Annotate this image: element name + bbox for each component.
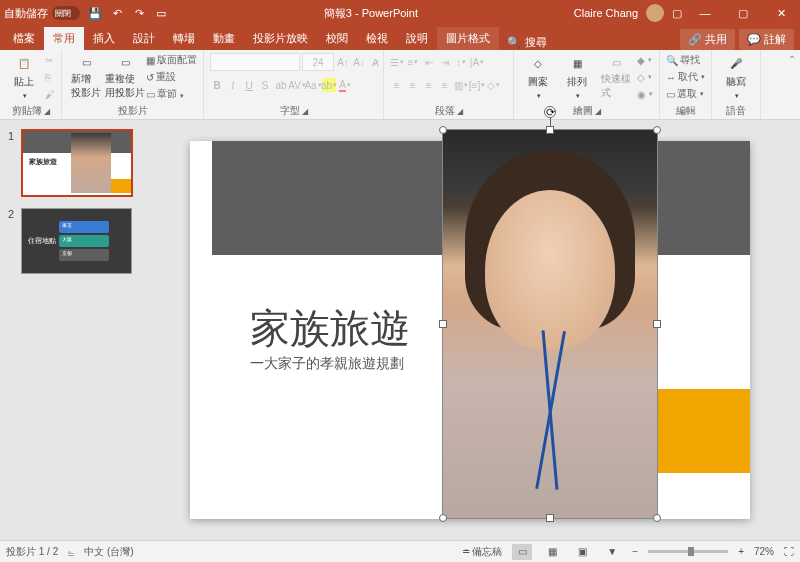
slide-canvas[interactable]: 家族旅遊 一大家子的孝親旅遊規劃 ⟳ [190,141,750,519]
resize-handle[interactable] [439,126,447,134]
selected-image[interactable]: ⟳ [442,129,658,519]
slide-thumbnails-panel[interactable]: 1 家族旅遊 2 住宿地點 東京 大阪 京都 [0,120,140,540]
start-show-icon[interactable]: ▭ [154,6,168,20]
zoom-out-icon[interactable]: − [632,546,638,557]
increase-font-icon[interactable]: A↑ [336,55,350,69]
comments-button[interactable]: 💬 註解 [739,29,794,50]
zoom-level[interactable]: 72% [754,546,774,557]
underline-icon[interactable]: U [242,78,256,92]
slide-subtitle[interactable]: 一大家子的孝親旅遊規劃 [250,355,404,373]
tab-design[interactable]: 設計 [124,27,164,50]
shape-outline-button[interactable]: ◇ [637,69,653,85]
bullets-icon[interactable]: ☰ [390,55,404,69]
slide-title[interactable]: 家族旅遊 [250,301,410,356]
undo-icon[interactable]: ↶ [110,6,124,20]
quick-styles-button[interactable]: ▭快速樣 式 [598,52,634,102]
zoom-in-icon[interactable]: + [738,546,744,557]
tab-transitions[interactable]: 轉場 [164,27,204,50]
resize-handle[interactable] [653,320,661,328]
collapse-ribbon-icon[interactable]: ⌃ [788,54,796,65]
bold-icon[interactable]: B [210,78,224,92]
shape-effects-button[interactable]: ◉ [637,86,653,102]
resize-handle[interactable] [546,126,554,134]
decrease-font-icon[interactable]: A↓ [352,55,366,69]
dictate-button[interactable]: 🎤聽寫 [718,52,754,102]
thumb-preview[interactable]: 住宿地點 東京 大阪 京都 [21,208,132,274]
autosave-toggle[interactable]: 自動儲存 關閉 [4,6,80,21]
align-right-icon[interactable]: ≡ [422,78,436,92]
thumbnail-2[interactable]: 2 住宿地點 東京 大阪 京都 [8,208,132,274]
columns-icon[interactable]: ▥ [454,78,468,92]
new-slide-button[interactable]: ▭ 新增 投影片 [68,52,104,102]
thumb-preview[interactable]: 家族旅遊 [22,130,132,196]
sorter-view-icon[interactable]: ▦ [542,544,562,560]
paste-button[interactable]: 📋 貼上 [6,52,42,102]
ribbon-options-icon[interactable]: ▢ [672,7,682,20]
shapes-button[interactable]: ◇圖案 [520,52,556,102]
font-size-select[interactable] [302,53,334,71]
smartart-icon[interactable]: ◇ [486,78,500,92]
resize-handle[interactable] [653,126,661,134]
line-spacing-icon[interactable]: ↕ [454,55,468,69]
normal-view-icon[interactable]: ▭ [512,544,532,560]
resize-handle[interactable] [653,514,661,522]
save-icon[interactable]: 💾 [88,6,102,20]
text-direction-icon[interactable]: |A [470,55,484,69]
resize-handle[interactable] [546,514,554,522]
spell-check-icon[interactable]: ⎁ [68,546,74,557]
slide-counter[interactable]: 投影片 1 / 2 [6,545,58,559]
tab-view[interactable]: 檢視 [357,27,397,50]
tab-review[interactable]: 校閱 [317,27,357,50]
align-left-icon[interactable]: ≡ [390,78,404,92]
arrange-button[interactable]: ▦排列 [559,52,595,102]
copy-button[interactable]: ⎘ [45,69,55,85]
zoom-slider[interactable] [648,550,728,553]
strike-icon[interactable]: S [258,78,272,92]
user-name[interactable]: Claire Chang [574,7,638,19]
spacing-icon[interactable]: AV [290,78,304,92]
resize-handle[interactable] [439,514,447,522]
reading-view-icon[interactable]: ▣ [572,544,592,560]
tab-picture-format[interactable]: 圖片格式 [437,27,499,50]
layout-button[interactable]: ▦版面配置 [146,52,197,68]
font-color-icon[interactable]: A [338,78,352,92]
section-button[interactable]: ▭章節 [146,86,197,102]
tab-help[interactable]: 說明 [397,27,437,50]
tab-file[interactable]: 檔案 [4,27,44,50]
language-indicator[interactable]: 中文 (台灣) [84,545,133,559]
fit-window-icon[interactable]: ⛶ [784,546,794,557]
clear-format-icon[interactable]: A̷ [368,55,382,69]
close-icon[interactable]: ✕ [766,0,796,26]
slide-editor[interactable]: 家族旅遊 一大家子的孝親旅遊規劃 ⟳ [140,120,800,540]
notes-button[interactable]: ≐ 備忘稿 [462,545,503,559]
rotate-handle-icon[interactable]: ⟳ [544,106,556,118]
shadow-icon[interactable]: ab [274,78,288,92]
select-button[interactable]: ▭選取 [666,86,705,102]
reset-button[interactable]: ↺重設 [146,69,197,85]
cut-button[interactable]: ✂ [45,52,55,68]
reuse-slides-button[interactable]: ▭ 重複使 用投影片 [107,52,143,102]
redo-icon[interactable]: ↷ [132,6,146,20]
casing-icon[interactable]: Aa [306,78,320,92]
outdent-icon[interactable]: ⇤ [422,55,436,69]
tab-animations[interactable]: 動畫 [204,27,244,50]
justify-icon[interactable]: ≡ [438,78,452,92]
highlight-icon[interactable]: ab [322,78,336,92]
shape-fill-button[interactable]: ◆ [637,52,653,68]
share-button[interactable]: 🔗 共用 [680,29,735,50]
find-button[interactable]: 🔍尋找 [666,52,705,68]
tab-insert[interactable]: 插入 [84,27,124,50]
search-box[interactable]: 🔍搜尋 [499,35,555,50]
format-painter-button[interactable]: 🖌 [45,86,55,102]
italic-icon[interactable]: I [226,78,240,92]
minimize-icon[interactable]: — [690,0,720,26]
thumbnail-1[interactable]: 1 家族旅遊 [8,130,132,196]
user-avatar-icon[interactable] [646,4,664,22]
font-family-select[interactable] [210,53,300,71]
resize-handle[interactable] [439,320,447,328]
autosave-switch[interactable]: 關閉 [52,6,80,20]
slideshow-view-icon[interactable]: ▼ [602,544,622,560]
numbering-icon[interactable]: ≡ [406,55,420,69]
align-center-icon[interactable]: ≡ [406,78,420,92]
tab-slideshow[interactable]: 投影片放映 [244,27,317,50]
